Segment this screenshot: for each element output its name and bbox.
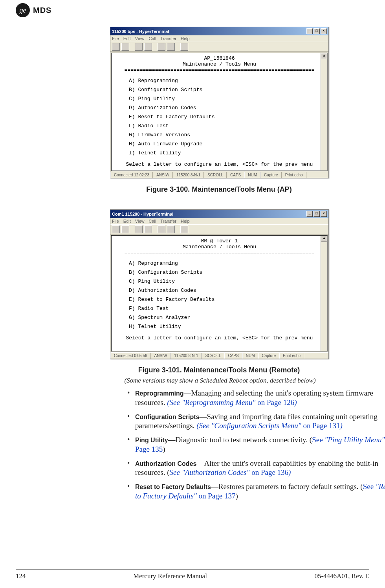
minimize-button[interactable]: _ — [306, 28, 313, 34]
bullet-dash: — — [184, 389, 191, 397]
titlebar-buttons: _ □ × — [306, 211, 327, 217]
menubar: File Edit View Call Transfer Help — [110, 218, 328, 224]
minimize-button[interactable]: _ — [306, 211, 313, 217]
footer-docid: 05-4446A01, Rev. E — [314, 572, 369, 580]
bullet-term: Ping Utility — [135, 437, 168, 443]
toolbar — [110, 42, 328, 52]
subcaption-part-b: Scheduled Reboot — [200, 377, 248, 384]
see-title[interactable]: "Authorization Codes" — [182, 468, 250, 476]
figure-caption-1: Figure 3-100. Maintenance/Tools Menu (AP… — [110, 185, 328, 194]
disconnect-icon[interactable] — [144, 43, 152, 51]
open-icon[interactable] — [121, 225, 129, 233]
close-button[interactable]: × — [321, 28, 327, 34]
status-scroll: SCROLL — [202, 353, 224, 359]
close-button[interactable]: × — [321, 211, 327, 217]
send-icon[interactable] — [158, 225, 165, 233]
terminal-body[interactable]: ▲ RM @ Tower 1 Maintenance / Tools Menu … — [111, 235, 328, 352]
status-connected: Connected 12:02:23 — [110, 172, 153, 178]
terminal-prompt: Select a letter to configure an item, <E… — [113, 161, 326, 167]
see-word: See — [199, 421, 211, 430]
status-caps: CAPS — [224, 353, 242, 359]
bullet-config-scripts: Configuration Scripts—Saving and importi… — [126, 412, 385, 431]
statusbar: Connected 12:02:23 ANSIW 115200 8-N-1 SC… — [110, 172, 328, 178]
status-baud: 115200 8-N-1 — [173, 172, 204, 178]
menu-view[interactable]: View — [135, 36, 145, 41]
window-title: Com1 115200 - HyperTerminal — [112, 212, 173, 216]
titlebar-buttons: _ □ × — [306, 28, 327, 34]
status-print: Print echo — [279, 353, 304, 359]
bullet-dash: — — [196, 459, 204, 467]
maximize-button[interactable]: □ — [314, 28, 320, 34]
figure-caption-2: Figure 3-101. Maintenance/Tools Menu (Re… — [110, 366, 328, 374]
see-title[interactable]: "Reprogramming Menu" — [182, 398, 256, 407]
terminal-header-1: RM @ Tower 1 — [113, 238, 326, 244]
bullet-factory-reset: Reset to Factory Defaults—Restores param… — [126, 482, 385, 501]
menu-item-a: A) Reprogramming — [129, 78, 326, 84]
see-word: See — [170, 468, 182, 476]
menu-edit[interactable]: Edit — [123, 219, 131, 223]
bullet-auth-codes: Authorization Codes—Alter the unit's ove… — [126, 459, 385, 478]
see-page[interactable]: Page 131 — [312, 421, 340, 430]
menu-transfer[interactable]: Transfer — [160, 36, 176, 41]
page: ge MDS 115200 bps - HyperTerminal _ □ × … — [0, 0, 385, 588]
connect-icon[interactable] — [135, 43, 143, 51]
status-connected: Connected 0:05:56 — [110, 353, 151, 359]
ge-logo-text: ge — [20, 6, 26, 15]
see-page[interactable]: Page 135 — [135, 445, 163, 453]
see-page[interactable]: Page 136 — [261, 468, 288, 476]
menu-help[interactable]: Help — [181, 36, 190, 41]
menu-call[interactable]: Call — [149, 219, 156, 223]
menu-item-a: A) Reprogramming — [129, 260, 326, 266]
status-capture: Capture — [258, 353, 279, 359]
properties-icon[interactable] — [180, 225, 188, 233]
content-column: 115200 bps - HyperTerminal _ □ × File Ed… — [16, 27, 369, 501]
scrollbar[interactable]: ▲ — [321, 236, 327, 351]
disconnect-icon[interactable] — [144, 225, 152, 233]
footer-page-number: 124 — [16, 572, 26, 580]
see-title[interactable]: "Ping Utility Menu" — [324, 436, 385, 444]
menu-file[interactable]: File — [112, 36, 119, 41]
titlebar: 115200 bps - HyperTerminal _ □ × — [110, 27, 328, 35]
status-baud: 115200 8-N-1 — [170, 353, 202, 359]
terminal-body[interactable]: ▲ AP_1561846 Maintenance / Tools Menu ==… — [111, 53, 328, 171]
terminal-prompt: Select a letter to configure an item, <E… — [113, 335, 326, 341]
scroll-up-icon[interactable]: ▲ — [321, 236, 327, 242]
bullet-dash: — — [211, 482, 218, 491]
bullet-desc: Diagnostic tool to test network connecti… — [176, 436, 310, 444]
bullet-reprogramming: Reprogramming—Managing and selecting the… — [126, 388, 385, 407]
menu-item-h: H) Auto Firmware Upgrade — [129, 141, 326, 147]
see-word: See — [363, 482, 376, 491]
menu-view[interactable]: View — [135, 219, 145, 223]
see-word: See — [312, 436, 324, 444]
menu-item-g: G) Firmware Versions — [129, 132, 326, 138]
status-print: Print echo — [282, 172, 306, 178]
open-icon[interactable] — [121, 43, 129, 51]
see-page[interactable]: Page 137 — [208, 492, 235, 500]
scrollbar[interactable]: ▲ — [321, 53, 327, 170]
new-icon[interactable] — [112, 43, 120, 51]
menu-help[interactable]: Help — [181, 219, 190, 223]
see-title[interactable]: "Configuration Scripts Menu" — [211, 421, 301, 430]
figure-subcaption-2: (Some versions may show a Scheduled Rebo… — [79, 377, 361, 385]
menu-call[interactable]: Call — [149, 36, 156, 41]
menu-item-d: D) Authorization Codes — [129, 105, 326, 111]
receive-icon[interactable] — [167, 225, 175, 233]
send-icon[interactable] — [158, 43, 165, 51]
menu-transfer[interactable]: Transfer — [160, 219, 176, 223]
menu-file[interactable]: File — [112, 219, 119, 223]
receive-icon[interactable] — [167, 43, 175, 51]
menu-item-e: E) Reset to Factory Defaults — [129, 114, 326, 120]
ge-logo-icon: ge — [16, 3, 30, 17]
scroll-up-icon[interactable]: ▲ — [321, 53, 327, 59]
new-icon[interactable] — [112, 225, 120, 233]
see-on: on — [256, 398, 267, 407]
hyperterminal-window-remote: Com1 115200 - HyperTerminal _ □ × File E… — [110, 209, 329, 359]
menu-edit[interactable]: Edit — [123, 36, 131, 41]
footer-title: Mercury Reference Manual — [133, 572, 207, 580]
maximize-button[interactable]: □ — [314, 211, 320, 217]
connect-icon[interactable] — [135, 225, 143, 233]
see-page[interactable]: Page 126 — [267, 398, 294, 407]
properties-icon[interactable] — [180, 43, 188, 51]
status-capture: Capture — [260, 172, 282, 178]
menu-item-f: F) Radio Test — [129, 306, 326, 311]
